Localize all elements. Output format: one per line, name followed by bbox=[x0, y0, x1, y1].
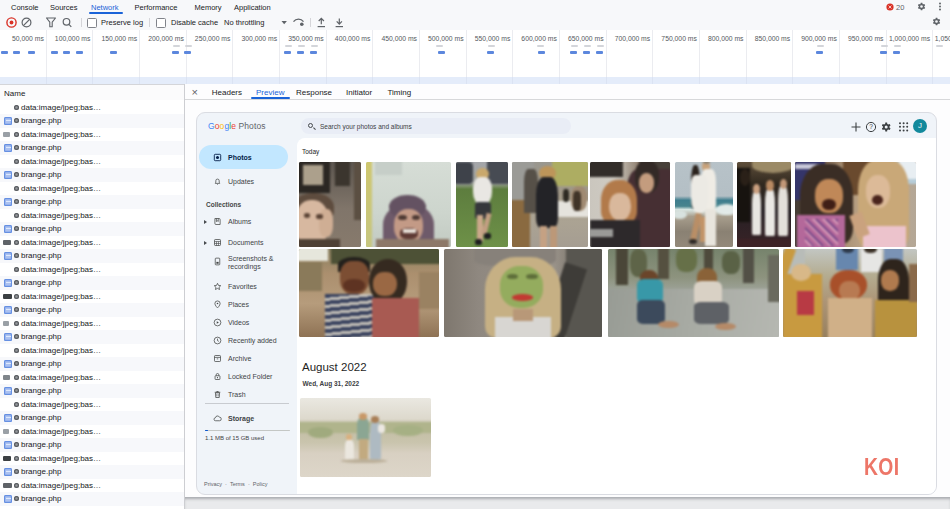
svg-text:?: ? bbox=[869, 123, 873, 130]
